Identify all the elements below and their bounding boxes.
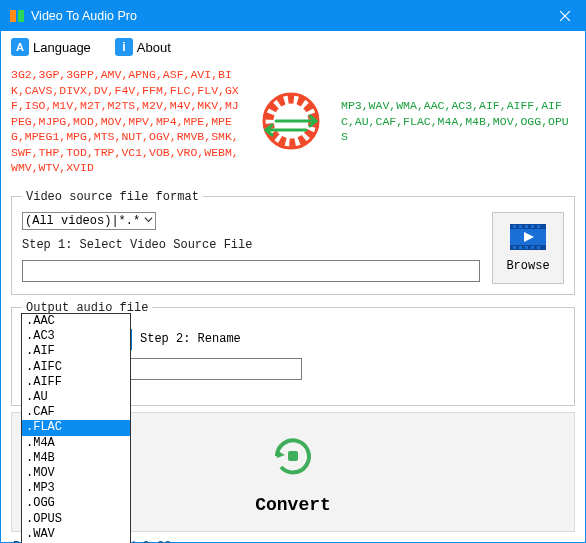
output-format-option[interactable]: .M4A	[22, 436, 130, 451]
output-formats-list: MP3,WAV,WMA,AAC,AC3,AIF,AIFF,AIFC,AU,CAF…	[341, 98, 575, 145]
browse-button[interactable]: Browse	[492, 212, 564, 284]
svg-rect-15	[519, 246, 522, 249]
svg-rect-11	[525, 225, 528, 228]
window-title: Video To Audio Pro	[31, 9, 137, 23]
film-play-icon	[508, 222, 548, 255]
output-format-option[interactable]: .AAC	[22, 314, 130, 329]
svg-rect-19	[288, 451, 298, 461]
svg-rect-12	[531, 225, 534, 228]
language-menu[interactable]: A Language	[11, 38, 91, 56]
about-menu[interactable]: i About	[115, 38, 171, 56]
formats-row: 3G2,3GP,3GPP,AMV,APNG,ASF,AVI,BIK,CAVS,D…	[1, 63, 585, 184]
output-format-option[interactable]: .MP3	[22, 481, 130, 496]
titlebar: Video To Audio Pro	[1, 1, 585, 31]
output-format-option[interactable]: .OGG	[22, 496, 130, 511]
svg-rect-9	[513, 225, 516, 228]
output-format-option[interactable]: .AIFF	[22, 375, 130, 390]
convert-gear-icon	[251, 86, 331, 156]
output-format-option[interactable]: .CAF	[22, 405, 130, 420]
step2-label: Step 2: Rename	[140, 332, 241, 346]
language-icon: A	[11, 38, 29, 56]
output-format-option[interactable]: .MOV	[22, 466, 130, 481]
svg-rect-1	[18, 10, 24, 22]
language-label: Language	[33, 40, 91, 55]
output-format-option[interactable]: .AC3	[22, 329, 130, 344]
output-format-option[interactable]: .FLAC	[22, 420, 130, 435]
svg-rect-16	[525, 246, 528, 249]
convert-label: Convert	[255, 495, 331, 515]
svg-rect-17	[531, 246, 534, 249]
step1-label: Step 1: Select Video Source File	[22, 238, 480, 252]
svg-rect-18	[537, 246, 540, 249]
output-format-option[interactable]: .M4B	[22, 451, 130, 466]
output-format-option[interactable]: .OPUS	[22, 512, 130, 527]
svg-rect-0	[10, 10, 16, 22]
input-formats-list: 3G2,3GP,3GPP,AMV,APNG,ASF,AVI,BIK,CAVS,D…	[11, 67, 241, 176]
browse-label: Browse	[506, 259, 549, 273]
source-fieldset: Video source file format (All videos)|*.…	[11, 190, 575, 295]
output-format-option[interactable]: .AIFC	[22, 360, 130, 375]
output-format-option[interactable]: .AIF	[22, 344, 130, 359]
svg-rect-10	[519, 225, 522, 228]
source-filter-dropdown[interactable]: (All videos)|*.*	[22, 212, 156, 230]
menubar: A Language i About	[1, 31, 585, 63]
source-legend: Video source file format	[22, 190, 203, 204]
close-button[interactable]	[545, 1, 585, 31]
info-icon: i	[115, 38, 133, 56]
about-label: About	[137, 40, 171, 55]
source-filter-value: (All videos)|*.*	[25, 214, 140, 228]
app-window: Video To Audio Pro A Language i About 3G…	[0, 0, 586, 543]
app-icon	[9, 8, 25, 24]
source-file-input[interactable]	[22, 260, 480, 282]
svg-rect-13	[537, 225, 540, 228]
output-format-option[interactable]: .AU	[22, 390, 130, 405]
output-format-option[interactable]: .WAV	[22, 527, 130, 542]
convert-icon	[265, 428, 321, 487]
svg-rect-14	[513, 246, 516, 249]
chevron-down-icon	[144, 214, 153, 228]
output-format-list[interactable]: .AAC.AC3.AIF.AIFC.AIFF.AU.CAF.FLAC.M4A.M…	[21, 313, 131, 543]
